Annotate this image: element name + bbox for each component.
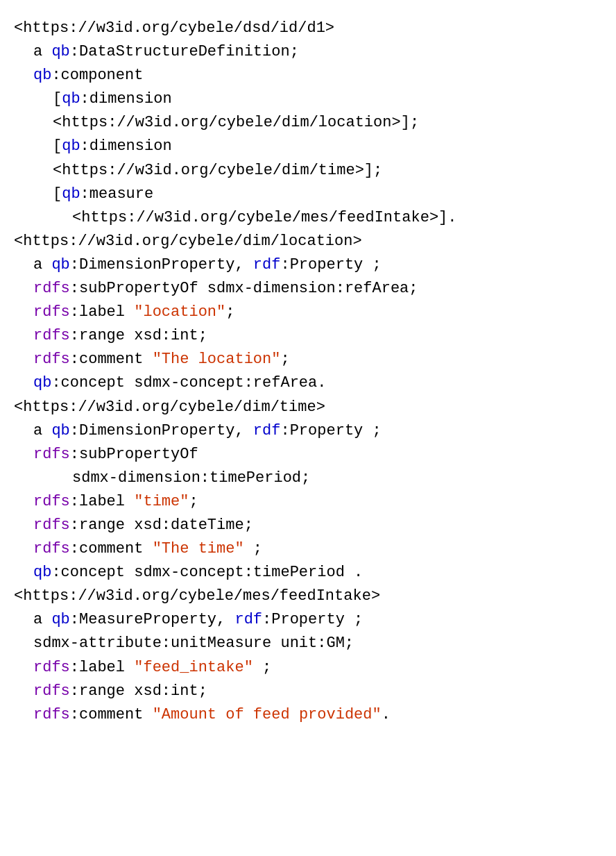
code-token: :label [70, 493, 134, 510]
code-line: rdfs:comment "Amount of feed provided". [14, 703, 602, 727]
code-token: <https://w3id.org/cybele/dsd/id/d1> [14, 19, 334, 37]
code-token: qb [62, 137, 80, 155]
code-token: :label [70, 659, 134, 676]
code-token: "time" [134, 493, 189, 510]
code-token: "feed_intake" [134, 659, 253, 676]
code-token: :dimension [80, 90, 172, 108]
code-token: :subPropertyOf [70, 446, 198, 463]
code-token: :comment [70, 706, 153, 723]
code-line: rdfs:range xsd:int; [14, 324, 602, 348]
code-token: sdmx-attribute:unitMeasure unit:GM; [33, 635, 354, 652]
code-token: :comment [70, 540, 153, 557]
code-line: rdfs:subPropertyOf [14, 443, 602, 467]
code-token: rdfs [33, 493, 70, 510]
code-token: qb [33, 67, 51, 84]
code-token: a [33, 611, 51, 628]
code-token: rdfs [33, 517, 70, 534]
code-line: <https://w3id.org/cybele/mes/feedIntake> [14, 585, 602, 608]
code-token: rdfs [33, 682, 70, 700]
code-token: rdfs [33, 706, 70, 723]
code-token: :Property ; [280, 256, 381, 274]
code-token: rdfs [33, 659, 70, 676]
code-token: [ [53, 90, 62, 108]
code-line: rdfs:range xsd:dateTime; [14, 514, 602, 537]
code-token: "The location" [153, 351, 281, 368]
code-token: :MeasureProperty, [70, 611, 235, 628]
code-token: rdfs [33, 327, 70, 344]
code-token: [ [53, 185, 62, 203]
code-line: rdfs:label "location"; [14, 301, 602, 324]
code-line: qb:component [14, 64, 602, 87]
code-token: qb [51, 611, 69, 628]
code-token: :label [70, 303, 134, 321]
code-token: :range xsd:int; [70, 682, 207, 700]
code-token: <https://w3id.org/cybele/mes/feedIntake>… [72, 209, 457, 226]
code-token: :subPropertyOf sdmx-dimension:refArea; [70, 280, 418, 297]
code-token: qb [33, 564, 51, 581]
code-token: rdfs [33, 280, 70, 297]
code-token: qb [62, 185, 80, 203]
code-line: rdfs:subPropertyOf sdmx-dimension:refAre… [14, 277, 602, 301]
code-token: qb [51, 256, 69, 274]
code-token: :concept sdmx-concept:timePeriod . [51, 564, 363, 581]
code-line: a qb:MeasureProperty, rdf:Property ; [14, 608, 602, 632]
code-line: <https://w3id.org/cybele/dim/time>]; [14, 159, 602, 183]
code-line: [qb:dimension [14, 135, 602, 158]
code-line: rdfs:range xsd:int; [14, 680, 602, 703]
code-token: ; [253, 659, 271, 676]
code-token: :range xsd:int; [70, 327, 207, 344]
code-line: [qb:dimension [14, 87, 602, 111]
code-token: :Property ; [262, 611, 363, 628]
code-line: a qb:DimensionProperty, rdf:Property ; [14, 253, 602, 277]
code-line: rdfs:label "feed_intake" ; [14, 656, 602, 680]
code-token: "location" [134, 303, 225, 321]
code-line: rdfs:label "time"; [14, 490, 602, 514]
code-token: :component [51, 67, 143, 84]
code-line: rdfs:comment "The time" ; [14, 537, 602, 561]
code-line: <https://w3id.org/cybele/dsd/id/d1> [14, 17, 602, 40]
code-token: a [33, 422, 51, 439]
code-line: [qb:measure [14, 183, 602, 206]
code-line: qb:concept sdmx-concept:timePeriod . [14, 561, 602, 585]
code-token: rdfs [33, 351, 70, 368]
code-line: sdmx-dimension:timePeriod; [14, 467, 602, 490]
code-line: a qb:DataStructureDefinition; [14, 40, 602, 64]
code-token: :DimensionProperty, [70, 422, 253, 439]
code-token: <https://w3id.org/cybele/mes/feedIntake> [14, 587, 380, 605]
code-line: <https://w3id.org/cybele/dim/location>]; [14, 111, 602, 135]
code-token: ; [280, 351, 289, 368]
code-token: qb [51, 43, 69, 60]
code-token: rdfs [33, 540, 70, 557]
code-token: :range xsd:dateTime; [70, 517, 253, 534]
code-line: <https://w3id.org/cybele/dim/location> [14, 230, 602, 253]
code-token: rdf [253, 256, 281, 274]
code-token: qb [33, 374, 51, 392]
code-token: rdf [234, 611, 262, 628]
code-token: rdf [253, 422, 281, 439]
code-token: <https://w3id.org/cybele/dim/time>]; [53, 162, 382, 179]
code-line: qb:concept sdmx-concept:refArea. [14, 371, 602, 395]
code-token: sdmx-dimension:timePeriod; [72, 469, 310, 487]
code-token: rdfs [33, 303, 70, 321]
code-line: <https://w3id.org/cybele/dim/time> [14, 396, 602, 419]
code-token: :DataStructureDefinition; [70, 43, 299, 60]
code-token: ; [189, 493, 198, 510]
code-line: <https://w3id.org/cybele/mes/feedIntake>… [14, 206, 602, 230]
code-token: a [33, 256, 51, 274]
code-token: rdfs [33, 446, 70, 463]
code-token: . [382, 706, 391, 723]
code-token: ; [244, 540, 262, 557]
code-token: :concept sdmx-concept:refArea. [51, 374, 326, 392]
code-token: :Property ; [280, 422, 381, 439]
code-line: rdfs:comment "The location"; [14, 348, 602, 371]
code-token: [ [53, 137, 62, 155]
code-token: ; [225, 303, 234, 321]
code-token: <https://w3id.org/cybele/dim/time> [14, 398, 325, 416]
code-line: a qb:DimensionProperty, rdf:Property ; [14, 419, 602, 443]
code-token: :dimension [80, 137, 172, 155]
code-token: :DimensionProperty, [70, 256, 253, 274]
code-token: a [33, 43, 51, 60]
code-line: sdmx-attribute:unitMeasure unit:GM; [14, 632, 602, 655]
code-token: "The time" [153, 540, 244, 557]
code-token: :comment [70, 351, 153, 368]
